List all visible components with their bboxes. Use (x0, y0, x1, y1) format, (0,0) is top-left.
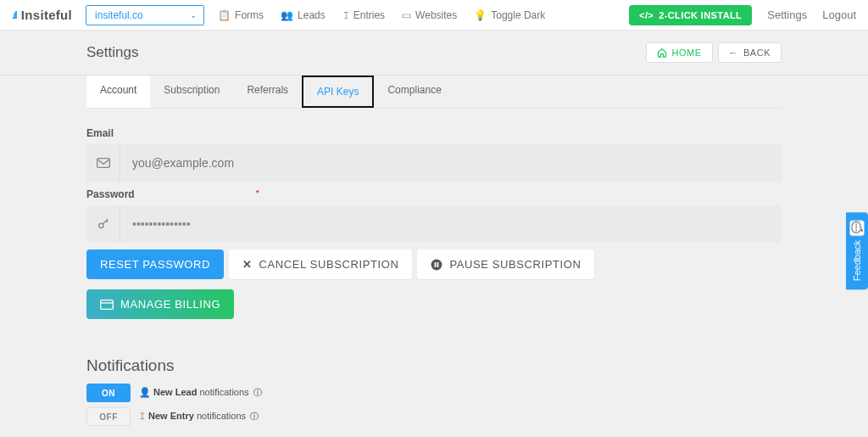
topbar-right: </> 2-CLICK INSTALL Settings Logout (629, 5, 856, 25)
tab-referrals[interactable]: Referrals (233, 76, 302, 108)
info-icon[interactable]: ⓘ (250, 412, 259, 421)
nav-leads-label: Leads (298, 9, 326, 21)
nav-leads[interactable]: 👥 Leads (281, 9, 326, 21)
site-selector[interactable]: insiteful.co ⌄ (86, 5, 204, 25)
manage-billing-label: MANAGE BILLING (120, 298, 220, 311)
notification-row-lead: ON 👤 New Lead notifications ⓘ (86, 384, 782, 402)
chat-icon: 💬 (850, 221, 865, 236)
email-label: Email (86, 127, 782, 139)
notification-lead-rest: notifications (197, 387, 248, 397)
email-input[interactable] (120, 144, 782, 182)
site-selector-value: insiteful.co (95, 9, 143, 21)
card-icon (100, 300, 114, 310)
nav-entries-label: Entries (353, 9, 385, 21)
logout-link[interactable]: Logout (822, 8, 856, 21)
cancel-subscription-button[interactable]: ✕ CANCEL SUBSCRIPTION (229, 249, 412, 279)
reset-password-button[interactable]: RESET PASSWORD (86, 249, 224, 279)
tab-subscription[interactable]: Subscription (150, 76, 233, 108)
info-icon[interactable]: ⓘ (253, 388, 262, 397)
page-header: Settings HOME ← BACK (0, 31, 868, 76)
svg-rect-4 (437, 262, 439, 267)
arrow-left-icon: ← (729, 48, 739, 58)
envelope-icon (86, 144, 120, 182)
nav-websites[interactable]: ▭ Websites (402, 9, 457, 21)
svg-rect-3 (435, 262, 437, 267)
tab-compliance[interactable]: Compliance (374, 76, 454, 108)
manage-billing-button[interactable]: MANAGE BILLING (86, 289, 234, 319)
pause-subscription-label: PAUSE SUBSCRIPTION (449, 258, 581, 271)
back-button-label: BACK (743, 48, 771, 58)
toggle-lead-on[interactable]: ON (86, 384, 131, 402)
brand-name: Insiteful (21, 8, 72, 22)
account-actions: RESET PASSWORD ✕ CANCEL SUBSCRIPTION PAU… (86, 249, 782, 319)
close-icon: ✕ (242, 258, 253, 271)
settings-link[interactable]: Settings (767, 8, 807, 21)
install-button-label: 2-CLICK INSTALL (659, 10, 742, 20)
brand: .ıl Insiteful (12, 8, 72, 22)
notification-lead-text: 👤 New Lead notifications ⓘ (139, 387, 262, 399)
settings-tabs: Account Subscription Referrals API Keys … (86, 76, 782, 109)
tab-api-keys[interactable]: API Keys (302, 76, 374, 108)
page-title: Settings (86, 44, 138, 61)
svg-rect-0 (97, 159, 109, 168)
cancel-subscription-label: CANCEL SUBSCRIPTION (259, 258, 399, 271)
pause-subscription-button[interactable]: PAUSE SUBSCRIPTION (417, 249, 594, 279)
clipboard-icon: 📋 (218, 9, 231, 21)
password-input[interactable] (120, 205, 782, 243)
notification-entry-rest: notifications (194, 411, 246, 421)
home-button[interactable]: HOME (646, 42, 713, 63)
svg-point-2 (431, 259, 442, 270)
password-label-text: Password (86, 188, 135, 200)
top-nav: .ıl Insiteful insiteful.co ⌄ 📋 Forms 👥 L… (0, 0, 868, 31)
password-label: Password * (86, 188, 782, 200)
bulb-icon: 💡 (474, 9, 487, 21)
notification-entry-text: 𝙸 New Entry notifications ⓘ (139, 411, 259, 423)
key-icon (86, 205, 120, 243)
required-indicator: * (256, 188, 259, 197)
content: Account Subscription Referrals API Keys … (86, 76, 782, 437)
text-cursor-icon: 𝙸 (139, 411, 146, 421)
back-button[interactable]: ← BACK (718, 42, 782, 63)
feedback-tab[interactable]: Feedback 💬 (846, 212, 868, 289)
notifications-heading: Notifications (86, 356, 782, 375)
nav-entries[interactable]: 𝙸 Entries (342, 9, 385, 21)
nav-toggle-dark[interactable]: 💡 Toggle Dark (474, 9, 545, 21)
notification-row-entry: OFF 𝙸 New Entry notifications ⓘ (86, 407, 782, 426)
users-icon: 👥 (281, 9, 293, 21)
window-icon: ▭ (402, 9, 411, 21)
notification-lead-strong: New Lead (153, 387, 197, 397)
code-icon: </> (639, 10, 654, 20)
home-button-label: HOME (672, 48, 702, 58)
home-icon (657, 48, 667, 58)
password-input-group (86, 205, 782, 243)
user-icon: 👤 (139, 387, 151, 397)
install-button[interactable]: </> 2-CLICK INSTALL (629, 5, 752, 25)
toggle-entry-off[interactable]: OFF (86, 407, 131, 426)
brand-logo-icon: .ıl (12, 8, 16, 21)
svg-point-1 (98, 223, 103, 227)
text-cursor-icon: 𝙸 (342, 9, 349, 21)
notification-entry-strong: New Entry (148, 411, 194, 421)
tab-account[interactable]: Account (86, 76, 150, 108)
email-input-group (86, 144, 782, 182)
nav-websites-label: Websites (415, 9, 457, 21)
nav-links: 📋 Forms 👥 Leads 𝙸 Entries ▭ Websites 💡 T… (218, 9, 545, 21)
chevron-down-icon: ⌄ (190, 10, 197, 20)
nav-forms[interactable]: 📋 Forms (218, 9, 264, 21)
nav-forms-label: Forms (235, 9, 264, 21)
pause-icon (431, 259, 442, 271)
svg-rect-5 (101, 300, 114, 309)
feedback-label: Feedback (852, 240, 862, 281)
account-form: Email Password * RESET PASSWORD ✕ CANCEL… (86, 109, 782, 437)
nav-toggle-dark-label: Toggle Dark (491, 9, 545, 21)
